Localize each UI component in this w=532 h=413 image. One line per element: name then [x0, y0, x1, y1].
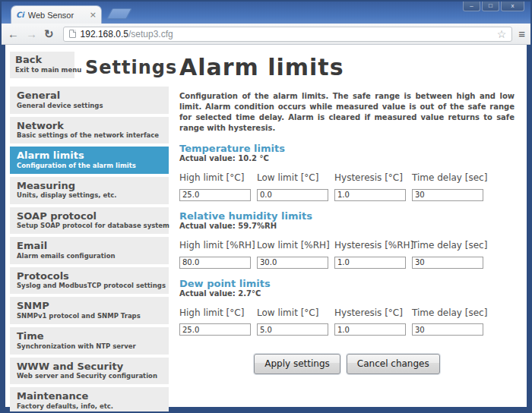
- new-tab-button[interactable]: [106, 8, 131, 19]
- favicon: Ci: [16, 11, 24, 19]
- temp-high-limit-input[interactable]: [179, 189, 251, 201]
- field-rh-hysteresis: Hysteresis [%RH]: [334, 240, 412, 269]
- sidebar-item-title: General: [17, 90, 163, 102]
- sidebar-item-title: Maintenance: [17, 390, 163, 402]
- address-bar[interactable]: 192.168.0.5/setup3.cfg ☆: [63, 27, 513, 42]
- sidebar-item-title: SOAP protocol: [17, 210, 163, 222]
- cancel-changes-button[interactable]: Cancel changes: [347, 354, 440, 374]
- field-label: High limit [%RH]: [179, 240, 257, 251]
- temp-time-delay-input[interactable]: [412, 189, 483, 201]
- field-row: High limit [°C] Low limit [°C] Hysteresi…: [179, 307, 515, 336]
- back-to-main-menu-button[interactable]: Back Exit to main menu: [10, 52, 74, 78]
- back-button[interactable]: ←: [8, 28, 19, 39]
- sidebar-item-alarm-limits[interactable]: Alarm limits Configuration of the alarm …: [10, 147, 169, 174]
- field-rh-time-delay: Time delay [sec]: [412, 240, 489, 269]
- browser-toolbar: ← → ↻ 192.168.0.5/setup3.cfg ☆ ≡: [2, 24, 530, 45]
- reload-button[interactable]: ↻: [44, 28, 54, 39]
- sidebar-item-subtitle: Units, display settings, etc.: [17, 191, 163, 200]
- sidebar-item-email[interactable]: Email Alarm emails configuration: [10, 237, 169, 264]
- apply-settings-button[interactable]: Apply settings: [254, 354, 340, 374]
- sidebar-item-title: WWW and Security: [17, 361, 163, 373]
- sidebar-item-time[interactable]: Time Synchronization with NTP server: [10, 327, 169, 355]
- rh-high-limit-input[interactable]: [179, 257, 251, 269]
- field-label: Low limit [%RH]: [257, 240, 334, 251]
- field-temp-hysteresis: Hysteresis [°C]: [334, 172, 412, 201]
- sidebar-item-subtitle: Synchronization with NTP server: [17, 342, 163, 351]
- maximize-icon: □: [489, 2, 492, 9]
- sidebar-item-subtitle: Factory defaults, info, etc.: [17, 402, 163, 411]
- sidebar-item-www-and-security[interactable]: WWW and Security Web server and Security…: [10, 358, 169, 385]
- url-text: 192.168.0.5/setup3.cfg: [81, 29, 173, 39]
- field-label: Time delay [sec]: [412, 172, 489, 183]
- minimize-icon: –: [470, 2, 473, 9]
- sidebar-item-subtitle: General device settings: [17, 102, 163, 110]
- dew-hysteresis-input[interactable]: [334, 323, 406, 336]
- temp-hysteresis-input[interactable]: [334, 189, 406, 201]
- sidebar-item-subtitle: SNMPv1 protocol and SNMP Traps: [17, 312, 163, 320]
- field-temp-low-limit: Low limit [°C]: [257, 172, 334, 201]
- page-icon: [69, 30, 76, 38]
- field-rh-high-limit: High limit [%RH]: [179, 240, 257, 269]
- field-rh-low-limit: Low limit [%RH]: [257, 240, 334, 269]
- sidebar-item-snmp[interactable]: SNMP SNMPv1 protocol and SNMP Traps: [10, 297, 169, 324]
- section-title: Temperature limits: [179, 143, 515, 154]
- sidebar-item-soap-protocol[interactable]: SOAP protocol Setup SOAP protocol for da…: [10, 207, 169, 235]
- sidebar-item-maintenance[interactable]: Maintenance Factory defaults, info, etc.: [10, 387, 169, 413]
- field-dew-high-limit: High limit [°C]: [179, 307, 257, 336]
- field-temp-time-delay: Time delay [sec]: [412, 172, 489, 201]
- temp-low-limit-input[interactable]: [257, 189, 328, 201]
- menu-button[interactable]: ≡: [518, 27, 524, 40]
- settings-heading: Settings: [85, 58, 177, 78]
- tab-close-icon[interactable]: ×: [90, 11, 97, 19]
- sidebar-item-measuring[interactable]: Measuring Units, display settings, etc.: [10, 177, 169, 204]
- sidebar-item-protocols[interactable]: Protocols Syslog and ModbusTCP protocol …: [10, 267, 169, 295]
- rh-time-delay-input[interactable]: [412, 257, 483, 269]
- field-label: High limit [°C]: [179, 307, 257, 318]
- dew-time-delay-input[interactable]: [412, 323, 483, 336]
- sidebar-item-network[interactable]: Network Basic settings of the network in…: [10, 117, 169, 144]
- section-temperature-limits: Temperature limits Actual value: 10.2 °C…: [179, 143, 515, 201]
- field-row: High limit [%RH] Low limit [%RH] Hystere…: [179, 240, 515, 269]
- tab-title: Web Sensor: [28, 11, 86, 20]
- maximize-button[interactable]: □: [482, 2, 499, 11]
- sidebar-item-subtitle: Basic settings of the network interface: [17, 131, 163, 140]
- field-dew-low-limit: Low limit [°C]: [257, 307, 334, 336]
- page-description: Configuration of the alarm limits. The s…: [179, 91, 515, 134]
- rh-low-limit-input[interactable]: [257, 257, 328, 269]
- dew-high-limit-input[interactable]: [179, 323, 251, 336]
- field-label: Low limit [°C]: [257, 307, 334, 318]
- field-label: Low limit [°C]: [257, 172, 334, 183]
- section-dew-point-limits: Dew point limits Actual value: 2.7°C Hig…: [179, 279, 515, 336]
- close-button[interactable]: x: [501, 2, 524, 11]
- rh-hysteresis-input[interactable]: [334, 257, 406, 269]
- sidebar-item-subtitle: Syslog and ModbusTCP protocol settings: [17, 282, 163, 290]
- main-panel: Alarm limits Configuration of the alarm …: [169, 45, 527, 407]
- sidebar-item-subtitle: Configuration of the alarm limits: [17, 162, 163, 170]
- field-temp-high-limit: High limit [°C]: [179, 172, 257, 201]
- sidebar-item-title: Alarm limits: [17, 150, 163, 162]
- page-title: Alarm limits: [179, 54, 515, 80]
- bookmark-star-icon[interactable]: ☆: [497, 29, 507, 39]
- sidebar-item-title: Protocols: [17, 270, 163, 282]
- field-row: High limit [°C] Low limit [°C] Hysteresi…: [179, 172, 515, 201]
- url-path: /setup3.cfg: [128, 29, 173, 39]
- close-icon: x: [511, 2, 515, 9]
- sidebar-item-title: Time: [17, 330, 163, 342]
- field-label: Hysteresis [°C]: [334, 172, 412, 183]
- back-label: Back: [15, 55, 70, 66]
- sidebar-item-title: Measuring: [17, 180, 163, 192]
- window-controls: – □ x: [463, 2, 524, 11]
- dew-low-limit-input[interactable]: [257, 323, 328, 336]
- section-title: Dew point limits: [179, 279, 515, 289]
- browser-window: Ci Web Sensor × – □ x ← → ↻ 192.168.0.5/…: [0, 0, 532, 413]
- browser-tab[interactable]: Ci Web Sensor ×: [11, 5, 102, 24]
- page-content: Back Exit to main menu Settings General …: [2, 45, 530, 411]
- sidebar-header: Back Exit to main menu Settings: [10, 52, 169, 78]
- minimize-button[interactable]: –: [463, 2, 480, 11]
- field-label: Time delay [sec]: [412, 307, 489, 318]
- sidebar-item-title: SNMP: [17, 300, 163, 312]
- actual-value: Actual value: 59.7%RH: [179, 222, 515, 230]
- sidebar-item-general[interactable]: General General device settings: [10, 87, 169, 114]
- sidebar-item-subtitle: Web server and Security configuration: [17, 372, 163, 380]
- field-label: Time delay [sec]: [412, 240, 489, 251]
